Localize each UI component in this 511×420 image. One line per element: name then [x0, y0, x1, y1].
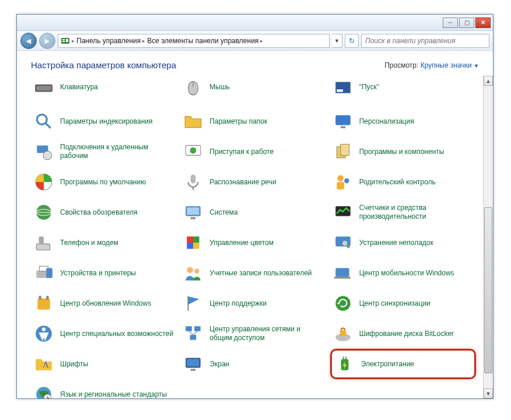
cp-item-sync[interactable]: Центр синхронизации [330, 288, 476, 318]
cp-item-accessibility[interactable]: Центр специальных возможностей [31, 318, 177, 349]
titlebar: ─ ▢ ✕ [17, 15, 493, 31]
cp-item-indexing[interactable]: Параметры индексирования [31, 106, 177, 136]
cp-item-bitlocker[interactable]: Шифрование диска BitLocker [330, 318, 476, 349]
microphone-icon [183, 172, 204, 192]
arrow-left-icon: ◄ [24, 36, 33, 46]
svg-rect-13 [340, 127, 345, 128]
svg-rect-19 [340, 144, 349, 155]
svg-rect-48 [37, 299, 50, 310]
cp-item-mobility[interactable]: Центр мобильности Windows [330, 258, 476, 288]
cp-item-phone[interactable]: Телефон и модем [31, 228, 177, 258]
svg-rect-65 [187, 359, 200, 367]
folder-icon [183, 111, 204, 132]
phone-icon [33, 232, 54, 253]
svg-rect-34 [39, 236, 44, 244]
cp-item-personalization[interactable]: Персонализация [330, 106, 476, 136]
cp-item-parental[interactable]: Родительский контроль [330, 167, 476, 197]
svg-rect-50 [46, 296, 48, 299]
cp-item-performance[interactable]: Счетчики и средства производительности [330, 197, 476, 228]
display-icon [183, 354, 204, 374]
svg-rect-2 [62, 41, 65, 42]
cp-item-fonts[interactable]: A Шрифты [31, 349, 177, 379]
default-programs-icon [33, 172, 54, 192]
cp-item-power[interactable]: Электропитание [330, 349, 476, 379]
svg-rect-30 [187, 208, 200, 215]
svg-rect-57 [194, 326, 201, 331]
refresh-button[interactable]: ↻ [345, 34, 359, 48]
cp-item-internet[interactable]: Свойства обозревателя [31, 197, 177, 228]
cp-item-mouse[interactable]: Мышь [180, 76, 326, 106]
search-input[interactable] [361, 34, 489, 48]
svg-point-17 [190, 148, 197, 154]
items-grid: Клавиатура Мышь "Пуск" Параметры индекси… [17, 76, 483, 398]
cp-item-color[interactable]: Управление цветом [180, 228, 326, 258]
search-icon [33, 111, 54, 132]
back-button[interactable]: ◄ [20, 33, 37, 49]
scroll-track[interactable] [484, 86, 493, 388]
cp-item-devices[interactable]: Устройства и принтеры [31, 258, 177, 288]
svg-rect-62 [340, 330, 346, 337]
svg-rect-56 [186, 326, 192, 331]
svg-rect-33 [36, 244, 50, 250]
cp-item-start[interactable]: "Пуск" [330, 76, 476, 106]
cp-item-display[interactable]: Экран [180, 349, 326, 379]
cp-item-getting-started[interactable]: Приступая к работе [180, 136, 326, 167]
svg-point-10 [37, 114, 47, 124]
globe-icon [33, 202, 54, 223]
svg-text:A: A [43, 360, 49, 369]
scroll-up-button[interactable]: ▲ [484, 76, 493, 86]
svg-rect-35 [187, 236, 194, 243]
scroll-down-button[interactable]: ▼ [484, 388, 493, 398]
svg-rect-36 [193, 236, 200, 243]
view-mode-link[interactable]: Крупные значки ▼ [421, 61, 479, 69]
cp-item-action-center[interactable]: Центр поддержки [180, 288, 326, 318]
mobility-icon [332, 262, 354, 284]
update-icon [33, 293, 54, 314]
cp-item-system[interactable]: Система [180, 197, 326, 228]
svg-rect-5 [36, 86, 51, 91]
breadcrumb-current[interactable]: Все элементы панели управления [147, 37, 258, 45]
svg-rect-68 [342, 356, 344, 359]
flag-icon [183, 293, 204, 314]
svg-rect-43 [46, 268, 52, 278]
svg-point-40 [342, 241, 348, 246]
cp-item-region[interactable]: Язык и региональные стандарты [31, 379, 177, 398]
address-dropdown[interactable]: ▼ [332, 34, 342, 48]
vertical-scrollbar[interactable]: ▲ ▼ [483, 76, 493, 398]
cp-item-update[interactable]: Центр обновления Windows [31, 288, 177, 318]
cp-item-speech[interactable]: Распознавание речи [180, 167, 326, 197]
address-bar[interactable]: ▸ Панель управления ▸ Все элементы панел… [58, 34, 330, 48]
svg-line-60 [193, 331, 197, 335]
svg-rect-37 [187, 243, 194, 249]
cp-item-users[interactable]: Учетные записи пользователей [180, 258, 326, 288]
cp-item-folder-options[interactable]: Параметры папок [180, 106, 326, 136]
content-area: Клавиатура Мышь "Пуск" Параметры индекси… [17, 76, 493, 398]
svg-point-24 [344, 178, 349, 184]
breadcrumb-root[interactable]: Панель управления [76, 37, 141, 45]
minimize-button[interactable]: ─ [443, 18, 458, 28]
svg-rect-1 [62, 39, 65, 40]
cp-item-default-programs[interactable]: Программы по умолчанию [31, 167, 177, 197]
forward-button[interactable]: ► [39, 33, 55, 49]
cp-item-network[interactable]: Центр управления сетями и общим доступом [180, 318, 326, 349]
printer-icon [33, 262, 54, 284]
svg-rect-47 [334, 276, 351, 278]
power-icon [334, 354, 355, 374]
svg-point-23 [337, 175, 344, 181]
scroll-thumb[interactable] [484, 207, 492, 373]
svg-point-55 [42, 327, 46, 331]
sync-icon [332, 293, 354, 314]
svg-rect-69 [345, 356, 346, 359]
svg-point-15 [43, 151, 52, 160]
view-label: Просмотр: [384, 61, 418, 69]
cp-item-troubleshoot[interactable]: Устранение неполадок [330, 228, 476, 258]
cp-item-programs[interactable]: Программы и компоненты [330, 136, 476, 167]
cp-item-keyboard[interactable]: Клавиатура [31, 76, 177, 106]
maximize-button[interactable]: ▢ [459, 18, 474, 28]
accessibility-icon [33, 323, 54, 344]
arrow-right-icon: ► [43, 36, 51, 46]
cp-item-remote[interactable]: Подключения к удаленным рабочим [31, 136, 177, 167]
parental-icon [332, 172, 354, 192]
close-button[interactable]: ✕ [475, 18, 491, 28]
page-title: Настройка параметров компьютера [31, 60, 176, 70]
